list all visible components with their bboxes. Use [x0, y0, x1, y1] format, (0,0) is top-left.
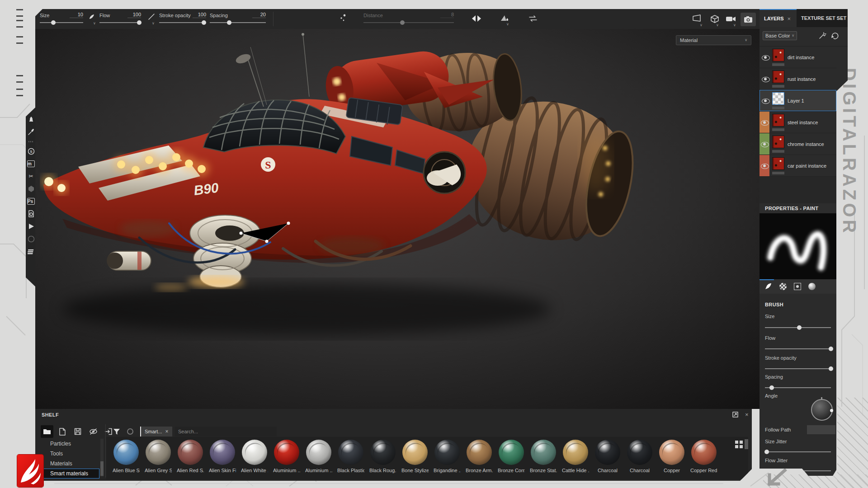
material-item[interactable]: Copper Red... [690, 440, 717, 473]
size-value[interactable]: 10 [70, 12, 83, 18]
flow-value[interactable]: 100 [127, 12, 141, 18]
spacing-slider-thumb[interactable] [227, 20, 231, 25]
material-sphere[interactable] [178, 440, 203, 465]
visibility-eye-icon[interactable] [761, 120, 769, 126]
category-particles[interactable]: Particles [40, 439, 99, 449]
material-item[interactable]: Bronze Stat... [530, 440, 557, 473]
visibility-eye-icon[interactable] [762, 55, 770, 61]
material-sphere[interactable] [595, 440, 620, 465]
material-item[interactable]: Alien Grey S... [145, 440, 172, 473]
layer-row-layer-1[interactable]: Layer 1 [760, 90, 836, 112]
material-sphere[interactable] [531, 440, 556, 465]
material-item[interactable]: Bone Stylized [401, 440, 429, 473]
spacing-slider[interactable] [210, 20, 266, 25]
material-item[interactable]: Aluminium ... [273, 440, 300, 473]
shelf-search-input[interactable] [175, 427, 277, 436]
material-sphere[interactable] [146, 440, 171, 465]
material-item[interactable]: Bronze Corr... [498, 440, 525, 473]
material-item[interactable]: Alien Skin Fi... [209, 440, 236, 473]
filter-chip-smart-materials[interactable]: Smart... × [140, 427, 172, 436]
3d-viewport[interactable]: B90 S [35, 29, 760, 409]
material-sphere[interactable] [563, 440, 588, 465]
layer-row-steel-instance[interactable]: steel instance [760, 112, 836, 133]
stroke-opacity-value[interactable]: 100 [193, 12, 206, 18]
material-sphere[interactable] [627, 440, 652, 465]
layer-thumbnail[interactable] [772, 157, 784, 170]
mirror-symmetry-icon[interactable] [472, 14, 481, 23]
flow-slider[interactable] [99, 20, 141, 25]
category-materials[interactable]: Materials [40, 459, 99, 469]
category-scrollbar[interactable] [100, 439, 104, 477]
follow-path-toggle[interactable] [807, 425, 835, 434]
layer-thumbnail[interactable] [772, 136, 784, 148]
material-sphere[interactable] [402, 440, 428, 465]
material-item[interactable]: Brigandine ... [434, 440, 461, 473]
angle-dial[interactable] [811, 399, 833, 421]
geometry-cube-icon[interactable] [710, 14, 720, 23]
layer-thumbnail[interactable] [772, 49, 784, 61]
shelf-save-button[interactable] [71, 425, 84, 438]
brush-spacing-slider[interactable] [765, 385, 831, 390]
scissors-icon[interactable]: ✂ [28, 173, 35, 180]
brush-spacing-thumb[interactable] [769, 385, 774, 390]
close-icon[interactable]: × [745, 412, 749, 418]
material-sphere[interactable] [370, 440, 396, 465]
close-icon[interactable]: × [165, 428, 169, 435]
spacing-value[interactable]: 20 [252, 12, 266, 18]
camera-view-icon[interactable] [725, 14, 737, 23]
material-sphere[interactable] [210, 440, 235, 465]
material-sphere[interactable] [242, 440, 267, 465]
materials-scrollbar[interactable] [745, 439, 748, 449]
material-item[interactable]: Charcoal [626, 440, 653, 473]
tab-texture-set-settings[interactable]: TEXTURE SET SET [797, 9, 848, 27]
refresh-shelf-button[interactable] [124, 425, 137, 438]
layer-row-chrome-instance[interactable]: chrome instance [760, 133, 836, 155]
paint-tool-icon[interactable] [28, 116, 35, 123]
stroke-opacity-slider-thumb[interactable] [202, 20, 206, 25]
layer-stack-icon[interactable] [28, 248, 35, 255]
material-item[interactable]: Alien White ... [241, 440, 268, 473]
layer-row-car-paint-instance[interactable]: car paint instance [760, 155, 836, 177]
shelf-new-resource-button[interactable] [56, 425, 69, 438]
grid-view-icon[interactable] [735, 441, 743, 448]
material-item[interactable]: Aluminium ... [305, 440, 332, 473]
size-jitter-slider[interactable] [765, 449, 831, 455]
material-item[interactable]: Copper [658, 440, 685, 473]
material-sphere[interactable] [467, 440, 492, 465]
material-sphere[interactable] [338, 440, 363, 465]
display-settings-icon[interactable] [692, 14, 703, 23]
material-sphere[interactable] [306, 440, 331, 465]
material-sphere[interactable] [499, 440, 524, 465]
brush-stroke-opacity-thumb[interactable] [829, 366, 833, 371]
material-item[interactable]: Alien Blue S... [113, 440, 140, 473]
shelf-hide-button[interactable] [87, 425, 99, 438]
subtab-brush-icon[interactable] [764, 282, 772, 291]
photoshop-icon[interactable]: Ps [27, 198, 35, 205]
category-smart-materials[interactable]: Smart materials [40, 469, 99, 479]
filter-button[interactable] [110, 425, 123, 438]
brush-stroke-opacity-slider[interactable] [765, 366, 831, 371]
subtab-alpha-icon[interactable] [779, 283, 787, 290]
close-icon[interactable]: × [788, 15, 791, 22]
size-slider-thumb[interactable] [51, 20, 56, 25]
document-sync-icon[interactable] [28, 210, 35, 217]
brush-preset-chevron-icon[interactable]: ∨ [93, 22, 96, 25]
substance-source-icon[interactable]: S [28, 148, 35, 155]
tab-layers[interactable]: LAYERS × [760, 9, 797, 27]
material-item[interactable]: Charcoal [594, 440, 621, 473]
visibility-eye-icon[interactable] [761, 164, 769, 169]
stroke-opacity-slider[interactable] [159, 20, 206, 25]
brush-flow-thumb[interactable] [829, 347, 833, 351]
material-sphere[interactable] [659, 440, 684, 465]
camera-view-chevron-icon[interactable]: ∨ [733, 23, 736, 27]
material-item[interactable]: Black Plastic [337, 440, 364, 473]
stroke-shape-chevron-icon[interactable]: ∨ [152, 22, 155, 25]
material-item[interactable]: Cattle Hide ... [562, 440, 589, 473]
stroke-shape-icon[interactable] [147, 13, 156, 21]
category-tools[interactable]: Tools [40, 449, 99, 459]
viewport-mode-select[interactable]: Material ∨ [676, 35, 751, 45]
brush-size-thumb[interactable] [797, 325, 802, 330]
share-m-icon[interactable]: m [27, 160, 35, 167]
visibility-eye-icon[interactable] [762, 77, 770, 82]
scatter-dots-icon[interactable] [339, 14, 347, 23]
